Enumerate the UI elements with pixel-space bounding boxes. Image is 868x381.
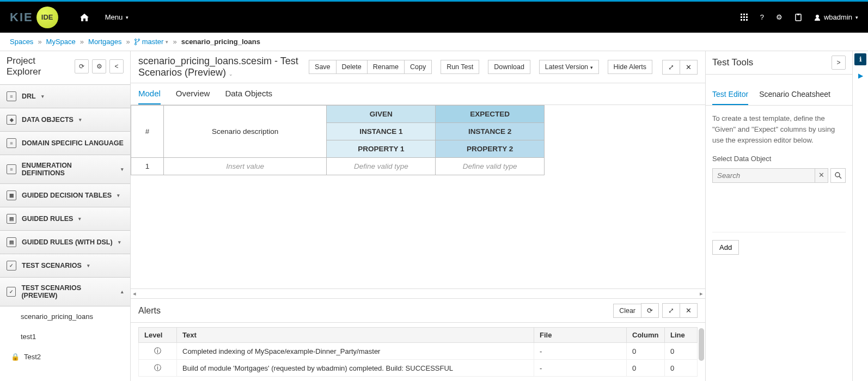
tab-model[interactable]: Model [138, 83, 161, 105]
tools-help-text: To create a test template, define the "G… [712, 113, 846, 146]
cat-guided-rules-dsl[interactable]: ▤GUIDED RULES (WITH DSL)▾ [0, 230, 130, 254]
refresh-icon[interactable]: ⟳ [75, 59, 89, 73]
alerts-col-level: Level [139, 328, 177, 343]
clipboard-icon[interactable] [794, 14, 802, 21]
alert-row[interactable]: ⓘ Build of module 'Mortgages' (requested… [139, 360, 698, 377]
col-desc: Scenario description [163, 106, 327, 158]
file-test2[interactable]: 🔒 Test2 [0, 347, 130, 367]
col-expected[interactable]: EXPECTED [436, 106, 545, 123]
expand-icon[interactable]: ⤢ [662, 60, 680, 75]
test-tools: Test Tools > Test Editor Scenario Cheats… [706, 51, 853, 381]
alerts-panel: Alerts Clear ⟳ ⤢ ✕ Level Text File Colum… [131, 298, 705, 381]
info-icon: ⓘ [139, 343, 177, 360]
hscroll[interactable]: ◂▸ [131, 288, 705, 298]
cat-drl[interactable]: ≡DRL▾ [0, 84, 130, 108]
gear-icon[interactable]: ⚙ [92, 59, 106, 73]
select-data-object-label: Select Data Object [712, 153, 846, 164]
svg-line-16 [839, 176, 841, 179]
svg-point-14 [135, 43, 136, 45]
breadcrumb: Spaces » MySpace » Mortgages » master▾ »… [0, 33, 868, 51]
svg-rect-6 [741, 19, 742, 21]
col-instance2[interactable]: INSTANCE 2 [436, 123, 545, 140]
cat-dsl[interactable]: ≡DOMAIN SPECIFIC LANGUAGE [0, 131, 130, 155]
file-test1[interactable]: test1 [0, 327, 130, 347]
col-instance1[interactable]: INSTANCE 1 [327, 123, 436, 140]
rename-button[interactable]: Rename [367, 60, 405, 74]
apps-icon[interactable] [741, 14, 748, 21]
svg-rect-10 [797, 14, 799, 15]
crumb-current: scenario_pricing_loans [181, 38, 260, 46]
explorer-title: Project Explorer [7, 56, 71, 77]
svg-rect-1 [743, 14, 745, 15]
svg-point-11 [816, 15, 819, 18]
crumb-project[interactable]: Mortgages [88, 38, 121, 46]
cat-gdt[interactable]: ▦GUIDED DECISION TABLES▾ [0, 183, 130, 207]
table-row[interactable]: 1 Insert value Define valid type Define … [131, 158, 545, 175]
copy-button[interactable]: Copy [404, 60, 432, 74]
run-test-button[interactable]: Run Test [441, 60, 479, 74]
cat-data-objects[interactable]: ◆DATA OBJECTS▾ [0, 108, 130, 132]
info-icon: ⓘ [139, 360, 177, 377]
editor: scenario_pricing_loans.scesim - Test Sce… [131, 51, 706, 381]
alert-row[interactable]: ⓘ Completed indexing of MySpace/example-… [139, 343, 698, 360]
scenario-grid[interactable]: # Scenario description GIVEN EXPECTED IN… [131, 105, 705, 288]
svg-point-15 [835, 173, 840, 177]
close-icon[interactable]: ✕ [680, 60, 698, 75]
hide-alerts-button[interactable]: Hide Alerts [608, 60, 652, 74]
menu-dropdown[interactable]: Menu▾ [105, 13, 129, 21]
rail-info-icon[interactable]: ℹ [854, 53, 866, 65]
delete-button[interactable]: Delete [336, 60, 368, 74]
cat-test-scenarios-preview[interactable]: ✓TEST SCENARIOS (PREVIEW)▴ [0, 277, 130, 306]
right-rail: ℹ ▶ [853, 51, 868, 381]
svg-rect-5 [746, 16, 748, 18]
logo: KIE IDE [10, 7, 58, 28]
alerts-col-column: Column [627, 328, 665, 343]
tab-test-editor[interactable]: Test Editor [712, 84, 748, 105]
scrollbar[interactable] [699, 328, 704, 361]
collapse-right-icon[interactable]: > [832, 56, 846, 70]
tab-overview[interactable]: Overview [176, 83, 210, 105]
alerts-title: Alerts [138, 306, 614, 316]
alerts-close-icon[interactable]: ✕ [680, 303, 698, 318]
rail-play-icon[interactable]: ▶ [854, 70, 866, 82]
alerts-refresh-icon[interactable]: ⟳ [641, 303, 659, 318]
user-dropdown[interactable]: wbadmin▾ [814, 13, 858, 21]
gear-icon[interactable]: ⚙ [776, 13, 783, 21]
home-icon[interactable] [80, 14, 89, 21]
latest-version-dropdown[interactable]: Latest Version ▾ [539, 60, 599, 74]
cat-guided-rules[interactable]: ▤GUIDED RULES▾ [0, 207, 130, 231]
svg-rect-3 [741, 16, 742, 18]
col-property1[interactable]: PROPERTY 1 [327, 140, 436, 158]
svg-rect-4 [743, 16, 745, 18]
search-icon[interactable] [830, 168, 846, 183]
search-input[interactable] [712, 168, 815, 183]
clear-search-icon[interactable]: ✕ [815, 168, 828, 183]
alerts-col-line: Line [665, 328, 698, 343]
download-button[interactable]: Download [488, 60, 530, 74]
tab-scenario-cheatsheet[interactable]: Scenario Cheatsheet [759, 84, 830, 105]
svg-rect-2 [746, 14, 748, 15]
crumb-spaces[interactable]: Spaces [10, 38, 33, 46]
editor-title: scenario_pricing_loans.scesim - Test Sce… [138, 56, 303, 78]
col-given[interactable]: GIVEN [327, 106, 436, 123]
crumb-space[interactable]: MySpace [46, 38, 76, 46]
top-right: ? ⚙ wbadmin▾ [741, 13, 858, 21]
tools-title: Test Tools [712, 57, 832, 68]
cat-enum[interactable]: ≡ENUMERATION DEFINITIONS▾ [0, 155, 130, 184]
branch-dropdown[interactable]: master▾ [135, 38, 169, 46]
tab-data-objects[interactable]: Data Objects [225, 83, 272, 105]
collapse-left-icon[interactable]: < [109, 59, 124, 73]
save-button[interactable]: Save [309, 60, 337, 74]
svg-rect-8 [746, 19, 748, 21]
add-button[interactable]: Add [712, 240, 739, 255]
col-property2[interactable]: PROPERTY 2 [436, 140, 545, 158]
alerts-clear-button[interactable]: Clear [613, 304, 641, 318]
help-icon[interactable]: ? [760, 13, 764, 21]
cat-test-scenarios[interactable]: ✓TEST SCENARIOS▾ [0, 254, 130, 278]
file-scenario-pricing-loans[interactable]: scenario_pricing_loans [0, 306, 130, 327]
logo-kie: KIE [10, 10, 33, 24]
top-nav: KIE IDE Menu▾ ? ⚙ wbadmin▾ [0, 0, 868, 33]
col-hash: # [131, 106, 164, 158]
alerts-expand-icon[interactable]: ⤢ [662, 303, 680, 318]
logo-ide: IDE [36, 7, 58, 28]
